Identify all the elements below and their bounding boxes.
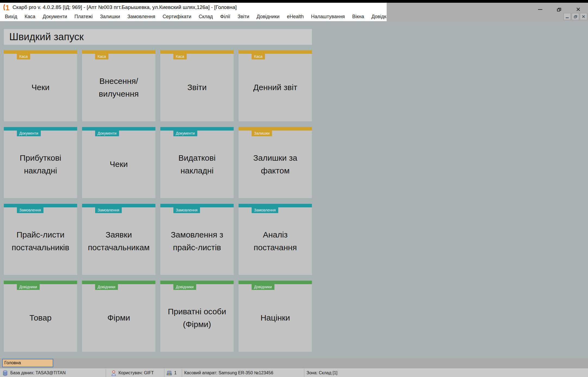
- menu-item-kasa[interactable]: Каса: [25, 14, 36, 20]
- tile-label: Денний звіт: [241, 54, 309, 121]
- status-register-text: Касовий апарат: Samsung ER-350 №123456: [184, 370, 273, 375]
- menu-item-vykhid[interactable]: Вихід: [5, 14, 17, 20]
- window-minimize-button[interactable]: [536, 7, 545, 12]
- svg-text:1: 1: [5, 4, 10, 11]
- menu-item-zalyshky[interactable]: Залишки: [100, 14, 120, 20]
- menu-bar: 2 Вихід Каса Документи Платежі Залишки З…: [0, 12, 387, 21]
- tile-category-bar: [160, 50, 234, 54]
- tile-label: Чеки: [6, 54, 75, 121]
- tile-label: Внесення/вилучення: [85, 54, 153, 121]
- tile-category-bar: [239, 127, 312, 131]
- tile-label: Фірми: [85, 284, 153, 352]
- document-tab-strip: Головна: [0, 358, 588, 369]
- tile-label: Прайс-листи постачальників: [6, 207, 75, 275]
- menu-item-ehealth[interactable]: eHealth: [287, 14, 304, 20]
- tile-category-bar: [4, 127, 77, 131]
- tile-kasa-vnesennia-vyluchennia[interactable]: Каса Внесення/вилучення: [82, 50, 155, 121]
- tile-label: Прибуткові накладні: [6, 131, 75, 198]
- status-zone-segment: Зона: Склад [1]: [304, 369, 588, 377]
- status-database-segment: База даних: TASA3@TITAN: [0, 369, 106, 377]
- tile-label: Залишки за фактом: [241, 131, 309, 198]
- tile-label: Товар: [6, 284, 75, 352]
- menu-item-dovidka[interactable]: Довідка: [371, 14, 389, 20]
- tile-dokumenty-prybutkovi-nakladni[interactable]: Документи Прибуткові накладні: [4, 127, 77, 198]
- quick-launch-header: Швидкий запуск: [4, 29, 312, 45]
- menu-item-vikna[interactable]: Вікна: [352, 14, 364, 20]
- window-title: Скарб pro v. 4.0.2.85 [ІД: 969] - [Апт №…: [12, 4, 237, 10]
- tile-category-bar: [82, 127, 155, 131]
- mdi-close-button[interactable]: ✕: [580, 13, 587, 20]
- status-register-count: 1: [174, 370, 177, 375]
- window-close-button[interactable]: ✕: [574, 7, 583, 12]
- tile-label: Націнки: [241, 284, 309, 352]
- tile-category-bar: [82, 204, 155, 207]
- tile-dovidnyky-pryvatni-osoby[interactable]: Довідники Приватні особи (Фірми): [160, 281, 234, 352]
- tile-label: Аналіз постачання: [241, 207, 309, 275]
- menu-item-dovidnyky[interactable]: Довідники: [257, 14, 279, 20]
- mdi-restore-button[interactable]: [572, 13, 579, 20]
- menu-item-zamovlennia[interactable]: Замовлення: [127, 14, 155, 20]
- mdi-minimize-button[interactable]: [564, 13, 571, 20]
- tile-zamovlennia-z-prais-lystiv[interactable]: Замовлення Замовлення з прайс-листів: [160, 204, 234, 275]
- tile-category-bar: [4, 204, 77, 207]
- tile-category-bar: [239, 281, 312, 284]
- tile-category-bar: [160, 281, 234, 284]
- tile-category-bar: [4, 281, 77, 284]
- tile-dokumenty-cheky[interactable]: Документи Чеки: [82, 127, 155, 198]
- menu-item-platezhi[interactable]: Платежі: [74, 14, 93, 20]
- tile-label: Видаткові накладні: [163, 131, 231, 198]
- tile-dovidnyky-tovar[interactable]: Довідники Товар: [4, 281, 77, 352]
- status-zone-text: Зона: Склад [1]: [306, 370, 337, 375]
- menu-item-sklad[interactable]: Склад: [199, 14, 213, 20]
- tile-label: Чеки: [85, 131, 153, 198]
- status-register-count-segment: 1: [164, 369, 182, 377]
- status-bar: База даних: TASA3@TITAN Користувач: GIFT…: [0, 369, 588, 377]
- app-icon[interactable]: 1: [2, 3, 10, 11]
- tile-zalyshky-za-faktom[interactable]: Залишки Залишки за фактом: [239, 127, 312, 198]
- database-icon: [3, 370, 8, 376]
- tile-category-bar: [160, 127, 234, 131]
- tile-category-bar: [239, 204, 312, 207]
- tile-label: Приватні особи (Фірми): [163, 284, 231, 352]
- tile-label: Замовлення з прайс-листів: [163, 207, 231, 275]
- tab-holovna[interactable]: Головна: [2, 359, 53, 367]
- title-bar: 1 Скарб pro v. 4.0.2.85 [ІД: 969] - [Апт…: [0, 3, 387, 21]
- tile-zamovlennia-analiz-postachannia[interactable]: Замовлення Аналіз постачання: [239, 204, 312, 275]
- status-register-segment: Касовий апарат: Samsung ER-350 №123456: [182, 369, 304, 377]
- tile-zamovlennia-prais-lysty[interactable]: Замовлення Прайс-листи постачальників: [4, 204, 77, 275]
- tile-category-bar: [4, 50, 77, 54]
- tile-category-bar: [82, 281, 155, 284]
- tile-kasa-zvity[interactable]: Каса Звіти: [160, 50, 234, 121]
- menu-item-filii[interactable]: Філії: [220, 14, 230, 20]
- menu-item-dokumenty[interactable]: Документи: [43, 14, 67, 20]
- status-user-text: Користувач: GIFT: [118, 370, 154, 375]
- tile-dovidnyky-firmy[interactable]: Довідники Фірми: [82, 281, 155, 352]
- tile-zamovlennia-zaiavky[interactable]: Замовлення Заявки постачальникам: [82, 204, 155, 275]
- status-database-text: База даних: TASA3@TITAN: [10, 370, 66, 375]
- tile-label: Звіти: [163, 54, 231, 121]
- mdi-window-controls: ✕: [564, 13, 587, 20]
- tile-dokumenty-vydatkovi-nakladni[interactable]: Документи Видаткові накладні: [160, 127, 234, 198]
- tile-dovidnyky-natsinky[interactable]: Довідники Націнки: [239, 281, 312, 352]
- tile-category-bar: [82, 50, 155, 54]
- user-icon: [111, 370, 116, 376]
- menu-item-sertyfikaty[interactable]: Сертифікати: [162, 14, 191, 20]
- menu-item-nalashtuvannia[interactable]: Налаштування: [311, 14, 345, 20]
- titlebar-right-area: ✕ ✕: [387, 3, 588, 21]
- menu-item-zvity[interactable]: Звіти: [238, 14, 249, 20]
- tile-category-bar: [239, 50, 312, 54]
- window-restore-button[interactable]: [554, 7, 564, 12]
- tile-kasa-cheky[interactable]: Каса Чеки: [4, 50, 77, 121]
- status-user-segment: Користувач: GIFT: [106, 369, 164, 377]
- quick-launch-title: Швидкий запуск: [9, 31, 84, 43]
- tile-category-bar: [160, 204, 234, 207]
- tile-label: Заявки постачальникам: [85, 207, 153, 275]
- tile-kasa-dennyi-zvit[interactable]: Каса Денний звіт: [239, 50, 312, 121]
- cash-register-icon: [167, 370, 172, 376]
